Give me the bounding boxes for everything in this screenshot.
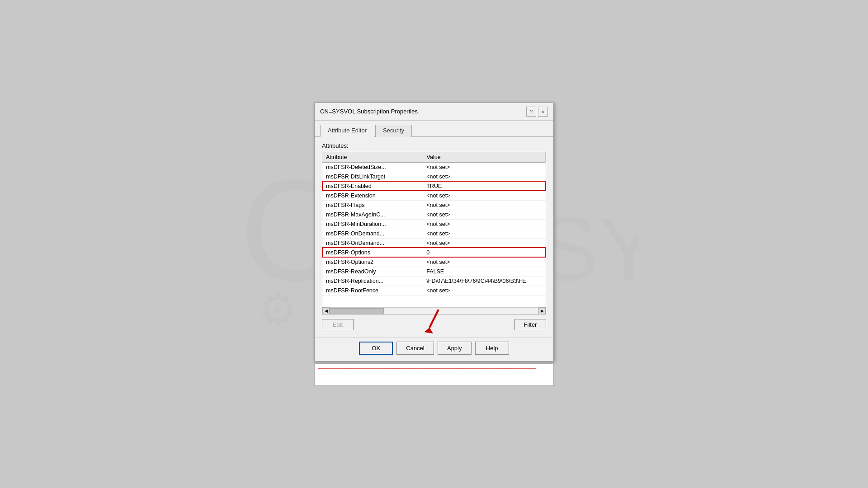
value-cell: 0 bbox=[423, 248, 546, 257]
value-cell: <not set> bbox=[423, 257, 546, 267]
cancel-button[interactable]: Cancel bbox=[396, 342, 434, 355]
help-button[interactable]: Help bbox=[475, 342, 509, 355]
table-row[interactable]: msDFSR-MaxAgeInC...<not set> bbox=[322, 210, 546, 219]
attribute-cell: msDFSR-Extension bbox=[322, 191, 423, 200]
table-row[interactable]: msDFSR-DeletedSize...<not set> bbox=[322, 163, 546, 172]
scroll-right-button[interactable]: ▶ bbox=[538, 307, 546, 314]
tab-content: Attributes: Attribute Value msDFSR-Delet… bbox=[315, 137, 553, 338]
attribute-cell: msDFSR-MinDuration... bbox=[322, 219, 423, 229]
col-header-value: Value bbox=[423, 152, 545, 163]
table-row[interactable]: msDFSR-Options2<not set> bbox=[322, 257, 546, 267]
col-header-attribute: Attribute bbox=[322, 152, 423, 163]
value-cell: TRUE bbox=[423, 181, 546, 191]
attributes-data-table: msDFSR-DeletedSize...<not set>msDFSR-Dfs… bbox=[322, 163, 546, 296]
scroll-track[interactable] bbox=[330, 308, 538, 314]
background-content: ────────────────────────────────────────… bbox=[315, 364, 553, 373]
close-title-button[interactable]: × bbox=[538, 107, 548, 117]
ok-button[interactable]: OK bbox=[359, 342, 393, 355]
background-window-strip: ────────────────────────────────────────… bbox=[314, 363, 554, 386]
help-title-button[interactable]: ? bbox=[526, 107, 536, 117]
attribute-cell: msDFSR-MaxAgeInC... bbox=[322, 210, 423, 219]
table-row[interactable]: msDFSR-RootFence<not set> bbox=[322, 286, 546, 295]
table-scroll-area[interactable]: msDFSR-DeletedSize...<not set>msDFSR-Dfs… bbox=[322, 163, 546, 307]
attributes-label: Attributes: bbox=[322, 142, 546, 149]
attribute-cell: msDFSR-Options2 bbox=[322, 257, 423, 267]
attribute-cell: msDFSR-OnDemand... bbox=[322, 229, 423, 238]
title-bar: CN=SYSVOL Subscription Properties ? × bbox=[315, 103, 553, 121]
action-buttons-row: Edit Filter bbox=[322, 314, 546, 332]
table-row[interactable]: msDFSR-Options0 bbox=[322, 248, 546, 257]
properties-dialog: CN=SYSVOL Subscription Properties ? × At… bbox=[314, 103, 554, 361]
value-cell: <not set> bbox=[423, 210, 546, 219]
attribute-cell: msDFSR-ReadOnly bbox=[322, 267, 423, 276]
attribute-cell: msDFSR-Enabled bbox=[322, 181, 423, 191]
scroll-left-button[interactable]: ◀ bbox=[322, 307, 330, 314]
svg-text:⚙: ⚙ bbox=[258, 284, 298, 335]
value-cell: <not set> bbox=[423, 191, 546, 200]
dialog-title: CN=SYSVOL Subscription Properties bbox=[320, 108, 418, 115]
attribute-cell: msDFSR-RootFence bbox=[322, 286, 423, 295]
apply-button[interactable]: Apply bbox=[438, 342, 472, 355]
attribute-cell: msDFSR-DeletedSize... bbox=[322, 163, 423, 172]
attribute-cell: msDFSR-Options bbox=[322, 248, 423, 257]
value-cell: <not set> bbox=[423, 219, 546, 229]
filter-button[interactable]: Filter bbox=[514, 319, 546, 330]
attribute-cell: msDFSR-Replication... bbox=[322, 276, 423, 286]
table-row[interactable]: msDFSR-DfsLinkTarget<not set> bbox=[322, 172, 546, 181]
table-row[interactable]: msDFSR-OnDemand...<not set> bbox=[322, 229, 546, 238]
attribute-cell: msDFSR-OnDemand... bbox=[322, 238, 423, 248]
table-row[interactable]: msDFSR-EnabledTRUE bbox=[322, 181, 546, 191]
edit-button[interactable]: Edit bbox=[322, 319, 354, 330]
value-cell: <not set> bbox=[423, 286, 546, 295]
dialog-footer: OK Cancel Apply Help bbox=[315, 338, 553, 361]
table-row[interactable]: msDFSR-OnDemand...<not set> bbox=[322, 238, 546, 248]
value-cell: <not set> bbox=[423, 238, 546, 248]
scroll-thumb bbox=[330, 308, 384, 314]
table-row[interactable]: msDFSR-Replication...\FD\07\E1\34\F8\76\… bbox=[322, 276, 546, 286]
attribute-cell: msDFSR-DfsLinkTarget bbox=[322, 172, 423, 181]
table-row[interactable]: msDFSR-ReadOnlyFALSE bbox=[322, 267, 546, 276]
value-cell: FALSE bbox=[423, 267, 546, 276]
table-row[interactable]: msDFSR-MinDuration...<not set> bbox=[322, 219, 546, 229]
table-row[interactable]: msDFSR-Flags<not set> bbox=[322, 200, 546, 210]
attributes-table: Attribute Value bbox=[322, 152, 546, 163]
value-cell: \FD\07\E1\34\F8\76\9C\44\B9\06\B3\FE bbox=[423, 276, 546, 286]
value-cell: <not set> bbox=[423, 229, 546, 238]
horizontal-scrollbar[interactable]: ◀ ▶ bbox=[322, 307, 546, 314]
value-cell: <not set> bbox=[423, 172, 546, 181]
tab-security[interactable]: Security bbox=[375, 125, 412, 137]
attributes-table-container: Attribute Value msDFSR-DeletedSize...<no… bbox=[322, 152, 546, 314]
value-cell: <not set> bbox=[423, 163, 546, 172]
tab-bar: Attribute Editor Security bbox=[315, 121, 553, 137]
attribute-cell: msDFSR-Flags bbox=[322, 200, 423, 210]
tab-attribute-editor[interactable]: Attribute Editor bbox=[320, 125, 374, 137]
value-cell: <not set> bbox=[423, 200, 546, 210]
table-row[interactable]: msDFSR-Extension<not set> bbox=[322, 191, 546, 200]
